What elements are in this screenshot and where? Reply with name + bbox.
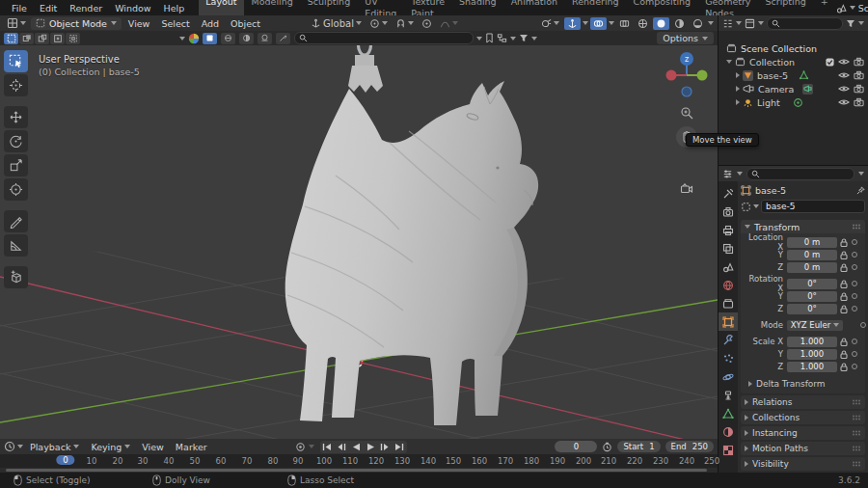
expand-icon[interactable] — [736, 72, 740, 78]
jump-to-start-button[interactable] — [320, 441, 335, 453]
eye-icon[interactable] — [838, 70, 850, 80]
tab-physics-properties[interactable] — [719, 367, 738, 386]
add-cube-tool-button[interactable] — [4, 266, 28, 288]
rotation-mode-dropdown[interactable]: XYZ Euler — [787, 320, 843, 331]
scrollbar-thumb[interactable] — [6, 469, 707, 472]
chevron-down-icon[interactable] — [531, 37, 537, 41]
chevron-down-icon[interactable] — [758, 21, 764, 25]
collections-panel[interactable]: Collections — [741, 411, 865, 424]
display-mode-icon[interactable] — [745, 18, 755, 29]
orientation-gizmo[interactable]: z — [665, 49, 709, 99]
hierarchy-icon[interactable] — [497, 33, 507, 43]
tab-constraint-properties[interactable] — [719, 386, 738, 404]
tab-modifier-properties[interactable] — [719, 331, 738, 349]
animate-dot[interactable] — [852, 364, 857, 369]
eye-icon[interactable] — [838, 84, 850, 94]
bookmark-icon[interactable] — [485, 33, 494, 43]
current-frame-indicator[interactable]: 0 — [56, 455, 74, 465]
annotate-tool-button[interactable] — [4, 210, 28, 232]
chevron-down-icon[interactable] — [737, 172, 743, 176]
tab-particle-properties[interactable] — [719, 349, 738, 367]
menu-view[interactable]: View — [137, 442, 169, 452]
current-frame-field[interactable]: 0 — [555, 441, 597, 452]
tab-scene-properties[interactable] — [719, 258, 738, 276]
scale-x-field[interactable]: 1.000 — [787, 337, 837, 347]
tab-texture-properties[interactable] — [719, 441, 738, 459]
select-box-tool-button[interactable] — [4, 50, 28, 72]
tab-world-properties[interactable] — [719, 276, 738, 294]
eye-icon[interactable] — [838, 57, 850, 67]
motion-paths-panel[interactable]: Motion Paths — [741, 442, 865, 455]
outliner-row-camera[interactable]: Camera — [719, 82, 868, 95]
lock-icon[interactable] — [840, 251, 848, 259]
chevron-down-icon[interactable] — [736, 21, 742, 25]
menu-marker[interactable]: Marker — [171, 442, 212, 452]
measure-tool-button[interactable] — [4, 234, 28, 257]
camera-restrict-icon[interactable] — [854, 97, 864, 107]
tab-render-properties[interactable] — [719, 203, 738, 221]
viewport-canvas[interactable]: User Perspective (0) Collection | base-5 — [0, 45, 718, 439]
properties-search-input[interactable] — [746, 168, 854, 180]
chevron-down-icon[interactable] — [17, 445, 23, 448]
lock-icon[interactable] — [840, 338, 848, 346]
start-frame-field[interactable]: Start 1 — [617, 441, 660, 452]
gizmo-y-axis[interactable] — [697, 70, 708, 81]
panel-drag-handle[interactable] — [852, 461, 861, 468]
cursor-tool-button[interactable] — [4, 74, 28, 96]
tab-object-properties[interactable] — [719, 312, 738, 331]
rotation-x-field[interactable]: 0° — [787, 279, 837, 289]
lock-icon[interactable] — [840, 305, 848, 313]
play-reverse-button[interactable] — [349, 441, 364, 453]
animate-dot[interactable] — [852, 339, 857, 344]
expand-icon[interactable] — [736, 99, 740, 105]
model-horse-ornament[interactable] — [285, 45, 538, 425]
camera-restrict-icon[interactable] — [854, 70, 864, 80]
properties-editor-icon[interactable] — [722, 169, 733, 179]
tab-view-layer-properties[interactable] — [719, 239, 738, 258]
panel-drag-handle[interactable] — [852, 446, 861, 452]
lock-icon[interactable] — [840, 350, 848, 359]
object-visibility-dropdown[interactable] — [538, 17, 562, 30]
move-tool-button[interactable] — [4, 106, 28, 128]
scale-y-field[interactable]: 1.000 — [787, 349, 837, 360]
display-toggle-4[interactable] — [258, 33, 272, 44]
snap-toggle[interactable] — [393, 17, 417, 30]
display-toggle-2[interactable] — [221, 33, 235, 44]
panel-drag-handle[interactable] — [852, 224, 861, 230]
menu-render[interactable]: Render — [64, 3, 108, 14]
show-overlays-toggle[interactable] — [590, 17, 607, 30]
chevron-down-icon[interactable] — [476, 37, 482, 41]
expand-icon[interactable] — [736, 86, 740, 92]
transform-tool-button[interactable] — [4, 178, 28, 201]
select-mode-set-button[interactable] — [4, 33, 18, 44]
chevron-down-icon[interactable] — [179, 37, 185, 41]
location-y-field[interactable]: 0 m — [787, 250, 837, 260]
display-toggle-1[interactable] — [203, 33, 217, 44]
chevron-down-icon[interactable] — [510, 37, 516, 41]
tab-tool-properties[interactable] — [719, 184, 738, 203]
tab-object-data-properties[interactable] — [719, 404, 738, 422]
breadcrumb-object-name[interactable]: base-5 — [755, 185, 786, 196]
lock-icon[interactable] — [840, 280, 848, 288]
shading-wireframe-button[interactable] — [635, 17, 651, 30]
eye-icon[interactable] — [838, 97, 850, 107]
delta-transform-panel[interactable]: Delta Transform — [741, 377, 862, 390]
editor-type-button[interactable] — [4, 16, 29, 30]
options-dropdown[interactable]: Options — [657, 32, 714, 44]
menu-keying[interactable]: Keying — [86, 442, 135, 452]
menu-edit[interactable]: Edit — [34, 3, 63, 14]
pin-icon[interactable] — [856, 186, 865, 195]
rotate-tool-button[interactable] — [4, 130, 28, 152]
jump-to-end-button[interactable] — [393, 441, 407, 453]
animate-dot[interactable] — [852, 351, 857, 357]
next-keyframe-button[interactable] — [378, 441, 393, 453]
pivot-point-dropdown[interactable] — [366, 17, 391, 30]
menu-object[interactable]: Object — [226, 18, 265, 29]
previous-keyframe-button[interactable] — [335, 441, 349, 453]
select-mode-invert-button[interactable] — [50, 33, 65, 44]
play-button[interactable] — [364, 441, 378, 453]
animate-dot[interactable] — [852, 293, 857, 299]
expand-icon[interactable] — [726, 60, 732, 64]
lock-icon[interactable] — [840, 238, 848, 247]
menu-add[interactable]: Add — [197, 18, 224, 29]
